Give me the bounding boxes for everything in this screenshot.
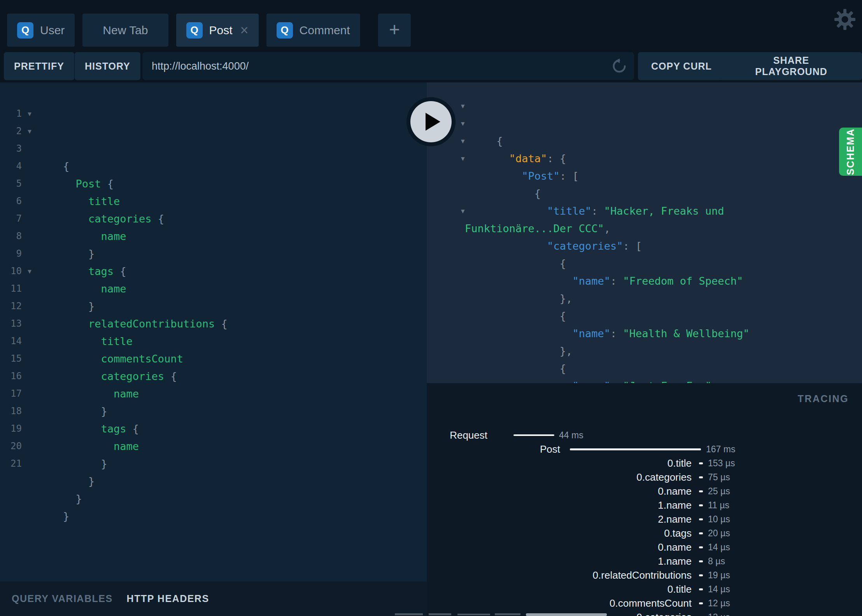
editor-line: 2 ▾ Post {	[0, 122, 427, 140]
trace-label: 0.relatedContributions	[427, 568, 692, 582]
close-tab-icon[interactable]: ×	[240, 24, 249, 36]
query-variables-toggle[interactable]: QUERY VARIABLES	[12, 593, 113, 604]
trace-row: 1.name 11 µs	[427, 498, 862, 512]
trace-label: 0.categories	[427, 470, 692, 484]
horizontal-scrollbar-thumb[interactable]	[526, 613, 607, 616]
line-number: 21	[0, 455, 22, 472]
trace-label: 2.name	[427, 512, 692, 526]
tab-new-tab[interactable]: New Tab	[82, 14, 168, 47]
fold-arrow-icon[interactable]: ▾	[23, 122, 36, 140]
trace-duration-value: 167 ms	[706, 442, 735, 456]
line-number: 13	[0, 315, 22, 332]
fold-arrow-icon[interactable]: ▾	[461, 150, 471, 167]
response-line: {	[427, 272, 862, 290]
response-line: }	[427, 360, 862, 377]
trace-duration-bar	[699, 588, 703, 590]
editor-code-text: }	[63, 475, 95, 487]
play-triangle-icon	[426, 113, 440, 131]
fold-arrow-icon[interactable]: ▾	[461, 132, 471, 150]
line-number: 4	[0, 158, 22, 175]
response-line: ]	[427, 377, 862, 383]
copy-curl-button[interactable]: COPY CURL	[638, 52, 725, 80]
editor-line: 5 name	[0, 175, 427, 192]
editor-bottom-bar: QUERY VARIABLES HTTP HEADERS	[0, 581, 427, 616]
fold-arrow-icon[interactable]: ▾	[461, 115, 471, 132]
trace-row: 0.relatedContributions 19 µs	[427, 568, 862, 582]
line-number: 5	[0, 175, 22, 192]
response-line: ▾ "data": {	[427, 115, 862, 132]
trace-duration-bar	[699, 560, 703, 562]
response-line: "title": "Hacker, Freaks und	[427, 167, 862, 185]
line-number: 7	[0, 210, 22, 228]
editor-line: 13 categories {	[0, 315, 427, 332]
trace-label: Request	[427, 428, 487, 442]
response-line: },	[427, 307, 862, 325]
fold-arrow-icon[interactable]: ▾	[23, 262, 36, 280]
trace-duration-value: 25 µs	[708, 484, 730, 498]
endpoint-url-input[interactable]	[142, 52, 634, 80]
editor-line: 1 ▾ {	[0, 105, 427, 122]
trace-duration-value: 12 µs	[708, 596, 730, 610]
line-number: 6	[0, 192, 22, 210]
editor-line: 3 title	[0, 140, 427, 158]
line-number: 1	[0, 105, 22, 122]
response-line: "name": "Freedom of Speech"	[427, 237, 862, 255]
trace-label: Post	[427, 442, 560, 456]
trace-duration-bar	[699, 504, 703, 506]
settings-gear-icon[interactable]	[834, 9, 856, 30]
new-tab-button[interactable]: +	[378, 14, 411, 47]
trace-label: 0.tags	[427, 526, 692, 540]
response-line: {	[427, 220, 862, 237]
execute-query-button[interactable]	[406, 97, 456, 146]
trace-row: Post 167 ms	[427, 442, 862, 456]
prettify-button[interactable]: PRETTIFY	[4, 52, 74, 80]
editor-line: 21 }	[0, 455, 427, 472]
fold-arrow-icon[interactable]: ▾	[23, 105, 36, 122]
trace-row: 0.name 14 µs	[427, 540, 862, 554]
line-number: 19	[0, 420, 22, 438]
fold-arrow-icon[interactable]: ▾	[461, 97, 471, 115]
line-number: 10	[0, 262, 22, 280]
response-line: ▾ "Post": [	[427, 132, 862, 150]
tab-label: Post	[209, 24, 233, 37]
trace-duration-bar	[699, 476, 703, 478]
response-pane: ▾ { ▾ "data": { ▾ "Post": [ ▾ { "title":…	[427, 82, 862, 383]
editor-line: 19 }	[0, 420, 427, 438]
play-button-circle	[410, 101, 452, 142]
response-line: },	[427, 255, 862, 272]
trace-duration-value: 14 µs	[708, 540, 730, 554]
line-number: 11	[0, 280, 22, 298]
trace-duration-value: 44 ms	[559, 428, 583, 442]
trace-duration-value: 8 µs	[708, 554, 725, 568]
fold-arrow-icon[interactable]: ▾	[461, 202, 471, 220]
reset-endpoint-icon[interactable]	[611, 58, 628, 75]
share-playground-button[interactable]: SHARE PLAYGROUND	[720, 52, 862, 80]
query-editor[interactable]: 1 ▾ { 2 ▾ Post { 3 title 4 categories { …	[0, 82, 427, 581]
editor-line: 20 }	[0, 438, 427, 455]
trace-duration-value: 13 µs	[708, 610, 730, 616]
line-number: 3	[0, 140, 22, 158]
tab-post[interactable]: Q Post ×	[176, 14, 259, 47]
trace-duration-value: 10 µs	[708, 512, 730, 526]
editor-line: 10 ▾ relatedContributions {	[0, 262, 427, 280]
tab-comment[interactable]: Q Comment	[266, 14, 360, 47]
tab-user[interactable]: Q User	[7, 14, 75, 47]
history-button[interactable]: HISTORY	[75, 52, 140, 80]
editor-line: 11 title	[0, 280, 427, 298]
tab-label: Comment	[300, 24, 350, 37]
trace-duration-value: 75 µs	[708, 470, 730, 484]
trace-duration-value: 153 µs	[708, 456, 735, 470]
line-number: 8	[0, 228, 22, 245]
trace-duration-value: 20 µs	[708, 526, 730, 540]
trace-duration-bar	[699, 602, 703, 604]
trace-duration-value: 19 µs	[708, 568, 730, 582]
http-headers-toggle[interactable]: HTTP HEADERS	[127, 593, 209, 604]
response-line: {	[427, 325, 862, 342]
query-editor-code: 1 ▾ { 2 ▾ Post { 3 title 4 categories { …	[0, 105, 427, 472]
trace-label: 1.name	[427, 554, 692, 568]
trace-label: 1.name	[427, 498, 692, 512]
line-number: 12	[0, 298, 22, 315]
tracing-panel: TRACING Request 44 ms Post 167 ms 0.titl…	[427, 383, 862, 616]
line-number: 20	[0, 438, 22, 455]
schema-side-tab[interactable]: SCHEMA	[839, 128, 862, 176]
